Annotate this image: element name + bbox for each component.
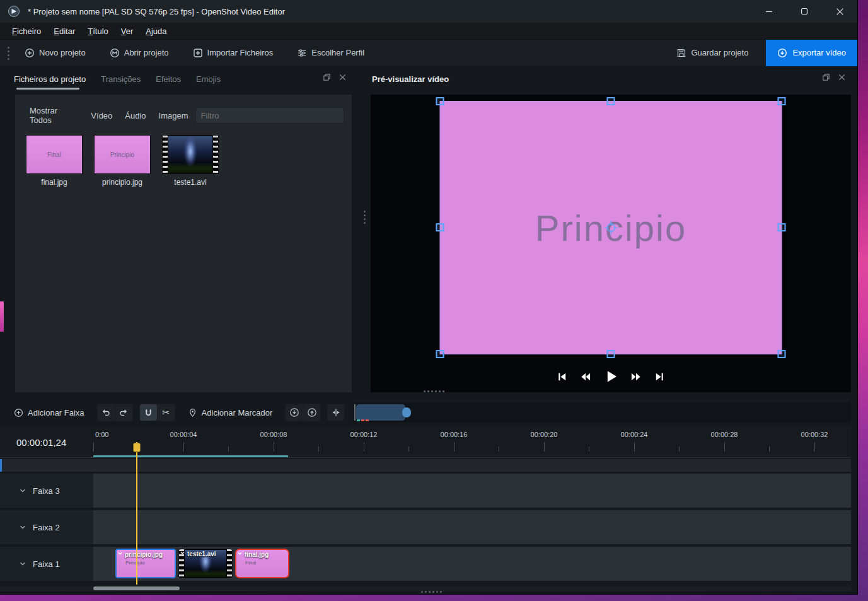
menu-editar[interactable]: Editar bbox=[48, 24, 81, 38]
zoom-range-start-handle[interactable] bbox=[354, 404, 356, 421]
choose-profile-button[interactable]: Escolher Perfil bbox=[289, 44, 372, 62]
ruler-tick-label: 00:00:20 bbox=[531, 431, 558, 438]
track-lane-faixa-1[interactable]: principio.jpg Principio teste1.avi final… bbox=[93, 547, 851, 581]
track-accent-bar bbox=[0, 459, 2, 472]
timeline-horizontal-scrollbar[interactable] bbox=[0, 586, 851, 591]
resize-handle-bottom-right[interactable] bbox=[778, 350, 786, 358]
new-project-button[interactable]: Novo projeto bbox=[17, 44, 93, 62]
sliders-icon bbox=[297, 48, 307, 58]
undo-button[interactable] bbox=[98, 404, 115, 421]
resize-handle-top-right[interactable] bbox=[778, 97, 786, 105]
playhead-handle[interactable] bbox=[133, 443, 141, 452]
play-button[interactable] bbox=[603, 368, 619, 385]
import-files-button[interactable]: Importar Ficheiros bbox=[185, 44, 281, 62]
menu-titulo[interactable]: Título bbox=[82, 24, 114, 38]
transform-origin-crosshair-icon[interactable] bbox=[603, 219, 619, 236]
close-panel-icon[interactable] bbox=[339, 73, 347, 81]
timeline-splitter-handle[interactable] bbox=[424, 390, 425, 392]
float-panel-icon[interactable] bbox=[822, 73, 830, 81]
file-item-principio-jpg[interactable]: Principio principio.jpg bbox=[93, 135, 151, 187]
open-project-button[interactable]: Abrir projeto bbox=[102, 44, 176, 62]
timeline-toolbar: Adicionar Faixa ✂ Adicionar Marcador bbox=[8, 399, 851, 426]
ruler-tick-mark bbox=[183, 442, 184, 452]
clip-teste1-avi[interactable]: teste1.avi bbox=[178, 549, 233, 578]
filter-image-button[interactable]: Imagem bbox=[153, 108, 194, 123]
clip-principio-jpg[interactable]: principio.jpg Principio bbox=[115, 549, 176, 578]
minimize-button[interactable] bbox=[751, 0, 787, 23]
snap-magnet-toggle[interactable] bbox=[140, 404, 157, 421]
track-header-faixa-1[interactable]: Faixa 1 bbox=[0, 547, 93, 581]
menu-ficheiro[interactable]: Ficheiro bbox=[6, 24, 47, 38]
tab-emojis[interactable]: Emojis bbox=[190, 71, 227, 88]
file-name: principio.jpg bbox=[93, 178, 151, 187]
video-preview-canvas[interactable]: Principio bbox=[371, 95, 851, 392]
track-row-faixa-2: Faixa 2 bbox=[0, 510, 851, 544]
video-preview-panel: Pré-visualizar vídeo Principio bbox=[366, 68, 851, 392]
files-panel-body: Mostrar Todos Vídeo Áudio Imagem Final f… bbox=[15, 95, 352, 392]
file-item-final-jpg[interactable]: Final final.jpg bbox=[25, 135, 83, 187]
tab-transitions[interactable]: Transições bbox=[95, 71, 147, 88]
clip-menu-chevron-icon[interactable] bbox=[237, 551, 243, 556]
add-marker-button[interactable]: Adicionar Marcador bbox=[182, 404, 279, 421]
window-controls bbox=[751, 0, 857, 23]
jump-to-end-button[interactable] bbox=[654, 371, 666, 383]
float-panel-icon[interactable] bbox=[323, 73, 331, 81]
zoom-clip-mark bbox=[357, 419, 360, 421]
jump-to-start-button[interactable] bbox=[556, 371, 568, 383]
ruler-tick-mark bbox=[544, 442, 545, 452]
track-header-faixa-3[interactable]: Faixa 3 bbox=[0, 474, 93, 508]
ruler-tick-mark bbox=[634, 442, 635, 452]
import-files-label: Importar Ficheiros bbox=[207, 48, 274, 57]
track-row-faixa-1: Faixa 1 principio.jpg Principio teste1.a… bbox=[0, 547, 851, 581]
redo-button[interactable] bbox=[115, 404, 132, 421]
zoom-visible-range[interactable] bbox=[356, 404, 405, 421]
file-name: teste1.avi bbox=[161, 178, 219, 187]
resize-handle-top-center[interactable] bbox=[606, 97, 615, 105]
razor-tool-button[interactable]: ✂ bbox=[158, 404, 175, 421]
bottom-resize-handle[interactable] bbox=[421, 591, 423, 593]
close-button[interactable] bbox=[822, 0, 857, 23]
timeline-zoom-scrollbar[interactable] bbox=[353, 402, 851, 423]
save-project-button[interactable]: Guardar projeto bbox=[669, 44, 756, 62]
resize-handle-middle-right[interactable] bbox=[778, 223, 786, 231]
center-on-playhead-button[interactable] bbox=[327, 404, 344, 421]
filter-audio-button[interactable]: Áudio bbox=[119, 108, 151, 123]
resize-handle-bottom-left[interactable] bbox=[436, 350, 444, 358]
menu-ajuda[interactable]: Ajuda bbox=[140, 24, 172, 38]
tab-project-files[interactable]: Ficheiros do projeto bbox=[8, 71, 92, 88]
zoom-clip-mark bbox=[361, 419, 364, 421]
add-track-button[interactable]: Adicionar Faixa bbox=[8, 404, 91, 421]
rewind-button[interactable] bbox=[579, 371, 591, 383]
zoom-range-end-handle[interactable] bbox=[402, 407, 411, 417]
tab-effects[interactable]: Efeitos bbox=[149, 71, 187, 88]
scrollbar-thumb[interactable] bbox=[93, 586, 180, 590]
filter-input[interactable] bbox=[195, 107, 344, 124]
maximize-button[interactable] bbox=[787, 0, 822, 23]
ruler-tick-mark bbox=[228, 446, 229, 452]
resize-handle-middle-left[interactable] bbox=[436, 223, 444, 231]
previous-marker-button[interactable] bbox=[286, 404, 303, 421]
resize-handle-top-left[interactable] bbox=[436, 97, 444, 105]
track-lane-faixa-3[interactable] bbox=[93, 474, 851, 508]
filter-show-all-button[interactable]: Mostrar Todos bbox=[24, 103, 84, 127]
timeline-ruler[interactable]: 00:00:01,24 0:00 00:00:04 00:00:08 00:00… bbox=[0, 428, 851, 458]
clip-menu-chevron-icon[interactable] bbox=[117, 551, 123, 556]
track-header-faixa-2[interactable]: Faixa 2 bbox=[0, 510, 93, 544]
resize-handle-bottom-center[interactable] bbox=[606, 350, 615, 358]
toolbar-grip-handle[interactable] bbox=[8, 47, 9, 49]
clip-menu-chevron-icon[interactable] bbox=[180, 550, 185, 556]
export-video-button[interactable]: Exportar vídeo bbox=[766, 40, 857, 66]
playhead-line[interactable] bbox=[136, 442, 137, 585]
menubar: Ficheiro Editar Título Ver Ajuda bbox=[0, 23, 857, 39]
clip-final-jpg[interactable]: final.jpg Final bbox=[235, 549, 289, 578]
menu-ver[interactable]: Ver bbox=[115, 24, 139, 38]
track-lane-faixa-2[interactable] bbox=[93, 510, 851, 544]
fast-forward-button[interactable] bbox=[630, 371, 642, 383]
preview-frame-selected-clip[interactable]: Principio bbox=[440, 101, 782, 354]
marker-nav-group bbox=[285, 404, 321, 421]
snap-razor-group: ✂ bbox=[139, 404, 175, 421]
next-marker-button[interactable] bbox=[303, 404, 320, 421]
filter-video-button[interactable]: Vídeo bbox=[85, 108, 118, 123]
file-item-teste1-avi[interactable]: teste1.avi bbox=[161, 135, 219, 187]
close-panel-icon[interactable] bbox=[838, 73, 846, 81]
